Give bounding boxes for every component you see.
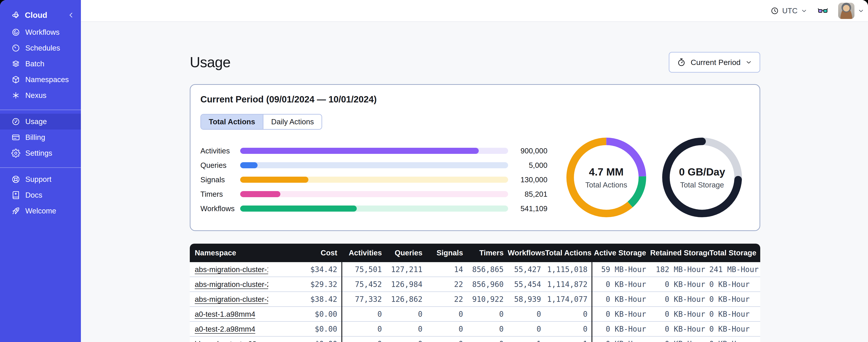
glasses-icon[interactable] xyxy=(817,5,828,16)
column-header-active-storage: Active Storage xyxy=(592,244,650,262)
sidebar: Cloud WorkflowsSchedulesBatchNamespacesN… xyxy=(0,0,81,342)
table-cell: 0 xyxy=(386,307,427,321)
sidebar-group: UsageBillingSettings xyxy=(0,114,81,161)
table-cell: 1,115,018 xyxy=(545,262,592,277)
sidebar-item-label: Namespaces xyxy=(25,75,69,84)
total-actions-donut-center: 4.7 MM Total Actions xyxy=(566,138,646,217)
table-row: a0-test-1.a98mm4$0.000000000 KB-Hour0 KB… xyxy=(190,307,760,321)
total-storage-donut: 0 GB/Day Total Storage xyxy=(662,138,742,217)
table-cell: 0 KB-Hour xyxy=(592,336,650,342)
period-selector-button[interactable]: Current Period xyxy=(669,52,760,73)
chevron-down-icon xyxy=(801,7,807,14)
timezone-selector[interactable]: UTC xyxy=(770,6,807,15)
table-cell: 0 xyxy=(386,336,427,342)
sidebar-item-workflows[interactable]: Workflows xyxy=(0,24,81,40)
temporal-logo-icon xyxy=(11,10,20,20)
bar-value: 541,109 xyxy=(508,204,548,213)
table-cell: 0 KB-Hour xyxy=(650,277,709,292)
table-cell: 55,454 xyxy=(508,277,545,292)
table-row: abs-migration-cluster-2.a98mm4$29.3275,4… xyxy=(190,277,760,292)
timezone-label: UTC xyxy=(782,6,798,15)
bar-track xyxy=(240,148,508,154)
bar-row-queries: Queries5,000 xyxy=(200,162,548,168)
namespace-link[interactable]: a0-test-1.a98mm4 xyxy=(195,310,255,318)
namespace-usage-table: NamespaceCostActivitiesQueriesSignalsTim… xyxy=(190,244,760,342)
tab-daily-actions[interactable]: Daily Actions xyxy=(263,114,321,129)
namespace-link[interactable]: a0-test-2.a98mm4 xyxy=(195,325,255,333)
sidebar-logo-label: Cloud xyxy=(25,10,63,20)
table-cell: 0 KB-Hour xyxy=(650,321,709,336)
table-cell: $0.00 xyxy=(268,336,342,342)
column-header-cost: Cost xyxy=(268,244,342,262)
namespace-link[interactable]: bk-worker-test.a98mm4 xyxy=(195,340,268,342)
user-menu[interactable] xyxy=(838,3,864,19)
page-title: Usage xyxy=(190,54,230,71)
table-cell: 182 MB-Hour xyxy=(650,262,709,277)
namespace-link[interactable]: abs-migration-cluster-2.a98mm4 xyxy=(195,280,268,288)
bar-row-workflows: Workflows541,109 xyxy=(200,206,548,212)
table-cell: 0 KB-Hour xyxy=(709,336,760,342)
bar-row-timers: Timers85,201 xyxy=(200,191,548,197)
table-cell: 0 xyxy=(427,336,467,342)
table-cell: 0 KB-Hour xyxy=(650,307,709,321)
table-cell: abs-migration-cluster-3.a98mm4 xyxy=(190,292,268,307)
sidebar-logo-row: Cloud xyxy=(0,8,81,23)
column-header-signals: Signals xyxy=(427,244,467,262)
table-cell: 14 xyxy=(427,262,467,277)
sidebar-collapse-icon[interactable] xyxy=(67,11,75,19)
sidebar-item-label: Welcome xyxy=(25,207,56,215)
table-row: a0-test-2.a98mm4$0.000000000 KB-Hour0 KB… xyxy=(190,321,760,336)
schedules-icon xyxy=(11,43,20,53)
bar-fill xyxy=(240,177,308,183)
table-row: bk-worker-test.a98mm4$0.000000110 KB-Hou… xyxy=(190,336,760,342)
table-cell: 127,211 xyxy=(386,262,427,277)
namespace-link[interactable]: abs-migration-cluster-1.a98mm4 xyxy=(195,265,268,274)
total-actions-donut: 4.7 MM Total Actions xyxy=(566,138,646,217)
sidebar-item-label: Support xyxy=(25,175,52,184)
sidebar-item-settings[interactable]: Settings xyxy=(0,145,81,161)
table-cell: 0 xyxy=(342,336,386,342)
column-header-workflows: Workflows xyxy=(508,244,545,262)
table-cell: 856,865 xyxy=(467,262,508,277)
bar-fill xyxy=(240,148,479,154)
bar-value: 85,201 xyxy=(508,190,548,199)
table-cell: $29.32 xyxy=(268,277,342,292)
namespace-link[interactable]: abs-migration-cluster-3.a98mm4 xyxy=(195,295,268,303)
sidebar-item-nexus[interactable]: Nexus xyxy=(0,88,81,103)
sidebar-item-support[interactable]: Support xyxy=(0,171,81,187)
table-cell: 0 xyxy=(427,307,467,321)
table-cell: 0 xyxy=(427,321,467,336)
clock-icon xyxy=(770,6,779,15)
sidebar-item-label: Usage xyxy=(25,117,47,126)
table-cell: 0 KB-Hour xyxy=(592,321,650,336)
sidebar-item-schedules[interactable]: Schedules xyxy=(0,40,81,56)
sidebar-item-docs[interactable]: Docs xyxy=(0,187,81,203)
support-icon xyxy=(11,175,20,184)
chevron-down-icon xyxy=(745,59,752,66)
docs-icon xyxy=(11,191,20,200)
table-cell: 241 MB-Hour xyxy=(709,262,760,277)
table-cell: a0-test-2.a98mm4 xyxy=(190,321,268,336)
sidebar-item-label: Schedules xyxy=(25,44,60,52)
sidebar-item-label: Docs xyxy=(25,191,42,199)
bar-value: 130,000 xyxy=(508,175,548,184)
tab-total-actions[interactable]: Total Actions xyxy=(201,114,263,129)
sidebar-item-welcome[interactable]: Welcome xyxy=(0,203,81,219)
sidebar-item-billing[interactable]: Billing xyxy=(0,130,81,145)
total-storage-donut-center: 0 GB/Day Total Storage xyxy=(662,138,742,217)
sidebar-item-namespaces[interactable]: Namespaces xyxy=(0,72,81,88)
sidebar-group: SupportDocsWelcome xyxy=(0,171,81,219)
table-cell: 59 MB-Hour xyxy=(592,262,650,277)
table-cell: 0 xyxy=(467,321,508,336)
sidebar-item-usage[interactable]: Usage xyxy=(0,114,81,130)
workflows-icon xyxy=(11,28,20,37)
sidebar-item-batch[interactable]: Batch xyxy=(0,56,81,72)
table-cell: 22 xyxy=(427,292,467,307)
table-cell: 0 KB-Hour xyxy=(592,292,650,307)
main-content: Usage Current Period Current Period (09/… xyxy=(81,22,868,342)
table-cell: bk-worker-test.a98mm4 xyxy=(190,336,268,342)
total-actions-label: Total Actions xyxy=(585,181,627,189)
table-cell: 22 xyxy=(427,277,467,292)
sidebar-item-label: Settings xyxy=(25,149,52,158)
table-cell: $38.42 xyxy=(268,292,342,307)
